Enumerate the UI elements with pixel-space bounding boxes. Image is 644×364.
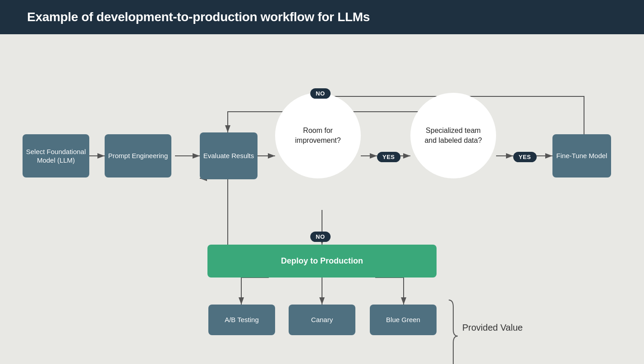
yes2-pill: YES (513, 152, 537, 162)
deploy-box: Deploy to Production (207, 245, 437, 278)
fine-tune-box: Fine-Tune Model (552, 134, 611, 177)
brace-svg (444, 300, 458, 364)
prompt-engineering-box: Prompt Engineering (105, 134, 171, 177)
blue-green-box: Blue Green (370, 305, 437, 335)
header-title: Example of development-to-production wor… (27, 10, 370, 24)
canary-box: Canary (289, 305, 355, 335)
no1-pill: NO (310, 88, 331, 99)
no2-pill: NO (310, 232, 331, 242)
evaluate-results-box: Evaluate Results (200, 132, 258, 179)
header: Example of development-to-production wor… (0, 0, 644, 34)
specialized-team-circle: Specialized team and labeled data? (410, 93, 496, 178)
room-for-improvement-circle: Room for improvement? (275, 93, 361, 178)
select-model-box: Select Foundational Model (LLM) (23, 134, 89, 177)
main-content: Select Foundational Model (LLM) Prompt E… (0, 34, 644, 358)
ab-testing-box: A/B Testing (208, 305, 275, 335)
yes1-pill: YES (377, 152, 400, 162)
provided-value-label: Provided Value (462, 323, 523, 333)
